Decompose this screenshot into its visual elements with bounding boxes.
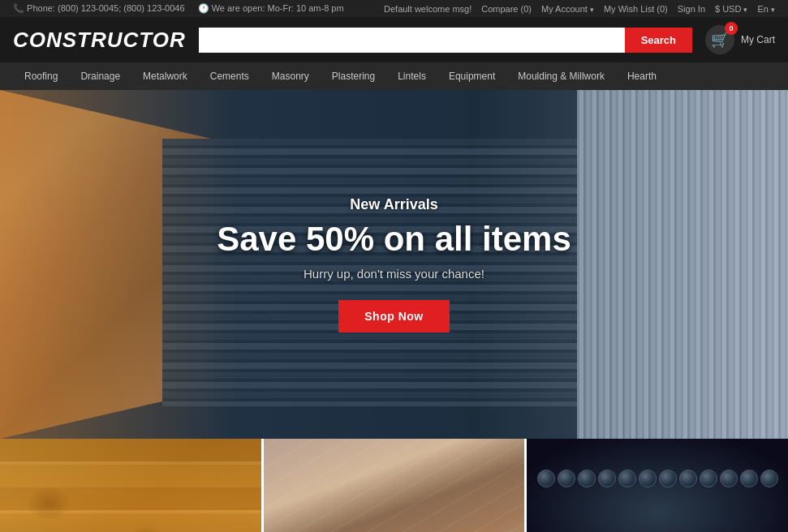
compare-link[interactable]: Compare (0) <box>481 4 532 14</box>
currency-dropdown-icon <box>743 4 747 14</box>
top-bar-right: Default welcome msg! Compare (0) My Acco… <box>384 4 775 14</box>
main-nav: Roofing Drainage Metalwork Cements Mason… <box>0 62 788 90</box>
wood-texture-overlay <box>0 439 261 532</box>
top-bar: Phone: (800) 123-0045; (800) 123-0046 We… <box>0 0 788 17</box>
phone-icon <box>13 3 24 13</box>
rebar-dot <box>700 470 717 487</box>
phone-info: Phone: (800) 123-0045; (800) 123-0046 <box>13 3 185 14</box>
header: CONSTRUCTOR Search 0 My Cart <box>0 17 788 62</box>
rebar-dot <box>659 470 677 487</box>
nav-roofing[interactable]: Roofing <box>13 62 69 90</box>
hero-description: Hurry up, don't miss your chance! <box>304 267 484 281</box>
cart-icon-wrap: 0 <box>705 25 734 54</box>
cart-label: My Cart <box>741 34 775 45</box>
cart-icon <box>711 31 729 49</box>
product-cards-section <box>0 439 788 532</box>
product-card-floor[interactable] <box>261 439 525 532</box>
hero-subtitle: New Arrivals <box>350 196 437 213</box>
hours-label: We are open: Mo-Fr: 10 am-8 pm <box>212 3 344 13</box>
search-input[interactable] <box>199 28 625 53</box>
rebar-dot <box>639 470 657 487</box>
product-card-rebar[interactable] <box>524 439 788 532</box>
rebar-pattern <box>527 439 788 532</box>
welcome-msg[interactable]: Default welcome msg! <box>384 4 472 14</box>
nav-lintels[interactable]: Lintels <box>386 62 437 90</box>
hero-banner: New Arrivals Save 50% on all items Hurry… <box>0 90 788 439</box>
rebar-dot <box>598 470 616 487</box>
nav-equipment[interactable]: Equipment <box>437 62 506 90</box>
my-account-link[interactable]: My Account <box>541 4 594 14</box>
lang-dropdown-icon <box>771 4 775 14</box>
rebar-dot <box>537 470 555 487</box>
currency-selector[interactable]: $ USD <box>715 4 747 14</box>
logo[interactable]: CONSTRUCTOR <box>13 28 186 53</box>
language-selector[interactable]: En <box>757 4 775 14</box>
rebar-dot <box>578 470 596 487</box>
nav-plastering[interactable]: Plastering <box>321 62 386 90</box>
nav-masonry[interactable]: Masonry <box>261 62 321 90</box>
nav-cements[interactable]: Cements <box>199 62 261 90</box>
account-dropdown-icon <box>590 4 594 14</box>
top-bar-left: Phone: (800) 123-0045; (800) 123-0046 We… <box>13 3 344 14</box>
nav-drainage[interactable]: Drainage <box>69 62 131 90</box>
nav-hearth[interactable]: Hearth <box>616 62 668 90</box>
rebar-dot <box>720 470 738 487</box>
hero-shop-now-button[interactable]: Shop Now <box>338 300 449 332</box>
search-button[interactable]: Search <box>625 28 692 53</box>
cart-badge: 0 <box>725 22 738 35</box>
wishlist-link[interactable]: My Wish List (0) <box>604 4 668 14</box>
phone-label: Phone: <box>27 3 55 13</box>
cart-area[interactable]: 0 My Cart <box>705 25 775 54</box>
nav-metalwork[interactable]: Metalwork <box>131 62 199 90</box>
clock-icon <box>198 3 209 13</box>
hours-info: We are open: Mo-Fr: 10 am-8 pm <box>198 3 344 14</box>
rebar-dot <box>740 470 758 487</box>
product-card-wood[interactable] <box>0 439 261 532</box>
search-bar: Search <box>199 28 692 53</box>
rebar-dot <box>760 470 778 487</box>
phone-number: (800) 123-0045; (800) 123-0046 <box>58 3 185 13</box>
hero-title: Save 50% on all items <box>217 220 571 259</box>
rebar-dot <box>679 470 697 487</box>
signin-link[interactable]: Sign In <box>678 4 705 14</box>
hero-content: New Arrivals Save 50% on all items Hurry… <box>0 90 788 439</box>
rebar-dot <box>618 470 636 487</box>
nav-moulding[interactable]: Moulding & Millwork <box>506 62 616 90</box>
rebar-dot <box>558 470 575 487</box>
